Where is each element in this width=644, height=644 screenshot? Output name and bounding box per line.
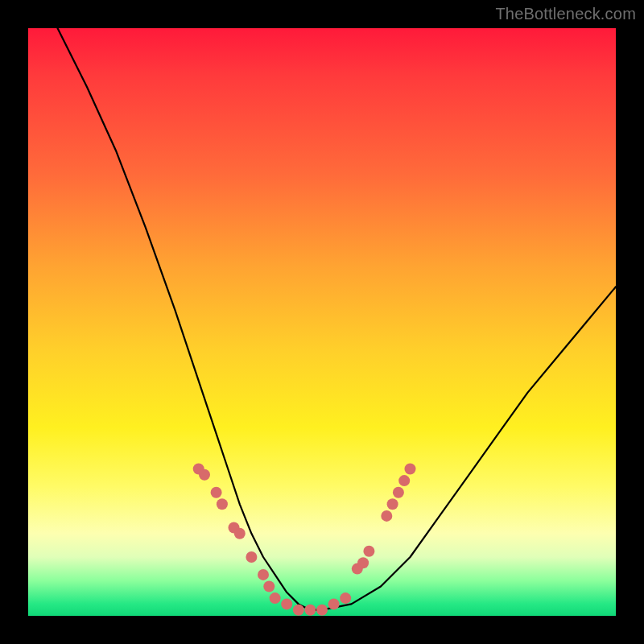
marker-dot [199, 469, 210, 481]
marker-dot [381, 510, 392, 522]
marker-dot [211, 487, 222, 498]
marker-dot [217, 498, 228, 510]
marker-dot [387, 498, 398, 510]
marker-dot [393, 487, 404, 498]
marker-dot [328, 598, 340, 609]
marker-dot [357, 557, 369, 568]
marker-dots [193, 464, 416, 616]
marker-dot [258, 569, 269, 580]
marker-dot [281, 598, 292, 609]
marker-dot [293, 605, 304, 616]
marker-dot [246, 551, 257, 563]
marker-dot [234, 528, 246, 539]
marker-dot [405, 464, 416, 475]
marker-dot [263, 581, 275, 592]
plot-area [28, 28, 616, 616]
marker-dot [398, 475, 410, 486]
chart-stage: TheBottleneck.com [0, 0, 644, 644]
marker-dot [304, 605, 316, 616]
marker-dot [340, 592, 351, 604]
bottleneck-curve [58, 28, 617, 610]
marker-dot [316, 605, 328, 616]
marker-dot [363, 546, 374, 557]
chart-svg [28, 28, 616, 616]
watermark-text: TheBottleneck.com [495, 5, 636, 23]
marker-dot [270, 592, 281, 604]
